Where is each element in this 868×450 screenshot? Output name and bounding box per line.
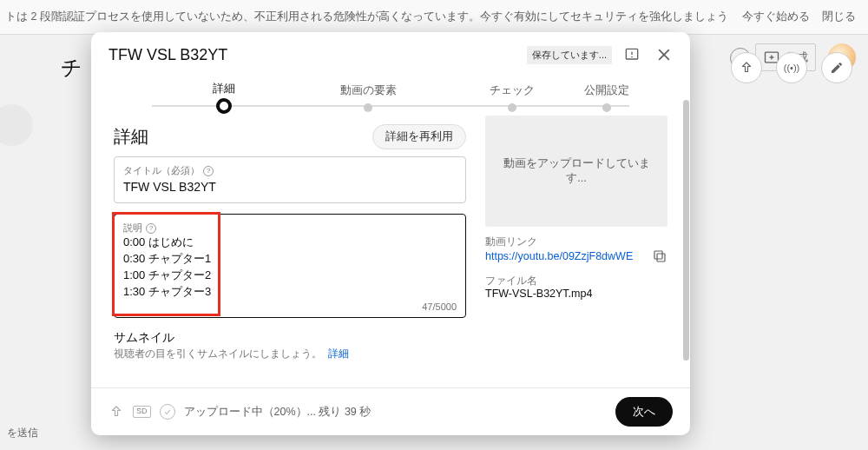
step-elements[interactable]: 動画の要素	[296, 83, 440, 112]
description-label: 説明	[123, 222, 142, 235]
char-count: 47/5000	[123, 301, 457, 312]
thumbnail-heading: サムネイル	[114, 330, 466, 346]
thumbnail-subtext: 視聴者の目を引くサムネイルにしましょう。	[114, 348, 322, 359]
close-icon[interactable]	[654, 44, 674, 65]
thumbnail-learn-more-link[interactable]: 詳細	[328, 348, 349, 359]
upload-arrow-icon	[108, 404, 124, 420]
svg-rect-9	[654, 251, 662, 259]
title-input[interactable]	[123, 180, 457, 194]
step-visibility[interactable]: 公開設定	[584, 83, 629, 112]
video-link[interactable]: https://youtu.be/09ZzjF8dwWE	[485, 250, 633, 262]
reuse-details-button[interactable]: 詳細を再利用	[372, 124, 466, 149]
upload-status-text: アップロード中（20%）... 残り 39 秒	[184, 405, 607, 420]
sidebar-fragment: を送信	[7, 426, 38, 440]
upload-shortcut-icon[interactable]	[731, 52, 762, 83]
banner-start-button[interactable]: 今すぐ始める	[742, 10, 810, 24]
description-field[interactable]: 説明 ? 47/5000	[114, 214, 466, 318]
svg-point-5	[631, 56, 633, 58]
copy-icon[interactable]	[652, 248, 667, 264]
step-details[interactable]: 詳細	[152, 82, 296, 114]
security-banner-text: トは 2 段階認証プロセスを使用していないため、不正利用される危険性が高くなって…	[5, 10, 730, 24]
file-name-value: TFW-VSL-B32YT.mp4	[485, 288, 667, 300]
section-title: 詳細	[114, 125, 372, 149]
channel-avatar	[0, 104, 33, 146]
edit-shortcut-icon[interactable]	[821, 52, 852, 83]
check-status-icon	[160, 404, 175, 420]
next-button[interactable]: 次へ	[615, 397, 673, 427]
page-title: チ	[61, 54, 82, 82]
title-field[interactable]: タイトル（必須） ?	[114, 156, 466, 203]
modal-scrollbar[interactable]	[683, 100, 689, 361]
description-textarea[interactable]	[123, 235, 457, 301]
video-link-label: 動画リンク	[485, 235, 667, 248]
saving-badge: 保存しています...	[527, 46, 612, 64]
file-name-label: ファイル名	[485, 275, 667, 288]
upload-modal: TFW VSL B32YT 保存しています... 詳細 動画の要素	[91, 32, 690, 435]
modal-title: TFW VSL B32YT	[108, 46, 527, 64]
svg-rect-8	[657, 254, 665, 261]
sd-badge: SD	[133, 406, 151, 418]
title-field-label: タイトル（必須）	[123, 164, 200, 177]
help-icon[interactable]: ?	[203, 166, 214, 176]
banner-close-button[interactable]: 閉じる	[822, 10, 856, 24]
video-preview: 動画をアップロードしています...	[485, 116, 667, 227]
feedback-icon[interactable]	[622, 45, 641, 64]
live-shortcut-icon[interactable]: ((•))	[776, 52, 807, 83]
step-checks[interactable]: チェック	[440, 83, 584, 112]
help-icon[interactable]: ?	[146, 223, 156, 234]
